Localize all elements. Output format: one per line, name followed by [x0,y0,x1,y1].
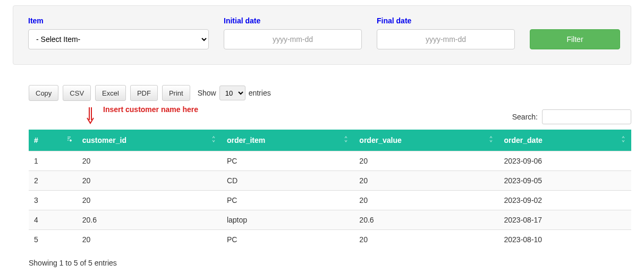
show-label: Show [198,89,216,97]
annotation: Insert customer name here [29,105,631,121]
sort-icon [211,136,216,144]
filter-group-final-date: Final date [377,16,515,49]
cell-idx: 2 [29,171,77,191]
sort-icon [488,136,494,144]
cell-customer_id: 20.6 [77,210,222,230]
copy-button[interactable]: Copy [29,85,58,101]
cell-order_date: 2023-09-05 [499,171,632,191]
table-row: 220CD202023-09-05 [29,171,631,191]
cell-customer_id: 20 [77,151,222,171]
csv-button[interactable]: CSV [63,85,91,101]
data-table-wrap: # customer_id order_item [29,130,631,249]
table-head: # customer_id order_item [29,130,631,151]
cell-idx: 4 [29,210,77,230]
cell-idx: 3 [29,191,77,210]
final-date-label: Final date [377,16,515,25]
cell-order_item: laptop [222,210,354,230]
cell-order_value: 20 [354,171,498,191]
col-header-order-item[interactable]: order_item [222,130,354,151]
filter-button[interactable]: Filter [530,29,620,49]
final-date-input[interactable] [377,29,515,49]
cell-order_date: 2023-09-06 [499,151,632,171]
col-header-customer-id-label: customer_id [82,136,126,144]
cell-customer_id: 20 [77,191,222,210]
table-body: 120PC202023-09-06220CD202023-09-05320PC2… [29,151,631,250]
cell-idx: 5 [29,230,77,250]
table-info: Showing 1 to 5 of 5 entries [29,259,631,267]
sort-icon [343,136,349,144]
initial-date-input[interactable] [224,29,362,49]
table-row: 520PC202023-08-10 [29,230,631,250]
initial-date-label: Initial date [224,16,362,25]
cell-order_item: CD [222,171,354,191]
col-header-order-date-label: order_date [504,136,543,144]
col-header-index[interactable]: # [29,130,77,151]
cell-order_date: 2023-08-17 [499,210,632,230]
table-row: 320PC202023-09-02 [29,191,631,210]
cell-idx: 1 [29,151,77,171]
table-toolbar: Copy CSV Excel PDF Print Show 10 entries [29,85,631,101]
sort-desc-icon [66,136,72,144]
cell-order_date: 2023-09-02 [499,191,632,210]
filter-group-item: Item - Select Item- [28,16,209,49]
col-header-order-date[interactable]: order_date [499,130,632,151]
filter-panel: Item - Select Item- Initial date Final d… [13,5,631,65]
table-row: 420.6laptop20.62023-08-17 [29,210,631,230]
pdf-button[interactable]: PDF [130,85,158,101]
cell-order_value: 20 [354,151,498,171]
col-header-order-value[interactable]: order_value [354,130,498,151]
entries-label: entries [249,89,271,97]
cell-order_value: 20 [354,230,498,250]
excel-button[interactable]: Excel [95,85,126,101]
print-button[interactable]: Print [162,85,190,101]
item-select[interactable]: - Select Item- [28,29,209,49]
item-label: Item [28,16,209,25]
table-row: 120PC202023-09-06 [29,151,631,171]
cell-order_item: PC [222,191,354,210]
cell-customer_id: 20 [77,230,222,250]
arrow-down-icon [86,106,102,126]
cell-order_value: 20.6 [354,210,498,230]
data-table: # customer_id order_item [29,130,631,249]
length-control: Show 10 entries [198,86,271,100]
cell-order_item: PC [222,230,354,250]
cell-customer_id: 20 [77,171,222,191]
table-header-row: # customer_id order_item [29,130,631,151]
cell-order_value: 20 [354,191,498,210]
filter-group-button: Filter [530,29,620,49]
cell-order_date: 2023-08-10 [499,230,632,250]
sort-icon [621,136,626,144]
col-header-index-label: # [34,136,38,144]
col-header-order-item-label: order_item [227,136,265,144]
length-select[interactable]: 10 [219,86,245,100]
filter-group-initial-date: Initial date [224,16,362,49]
cell-order_item: PC [222,151,354,171]
col-header-order-value-label: order_value [359,136,401,144]
col-header-customer-id[interactable]: customer_id [77,130,222,151]
annotation-text: Insert customer name here [103,105,198,114]
